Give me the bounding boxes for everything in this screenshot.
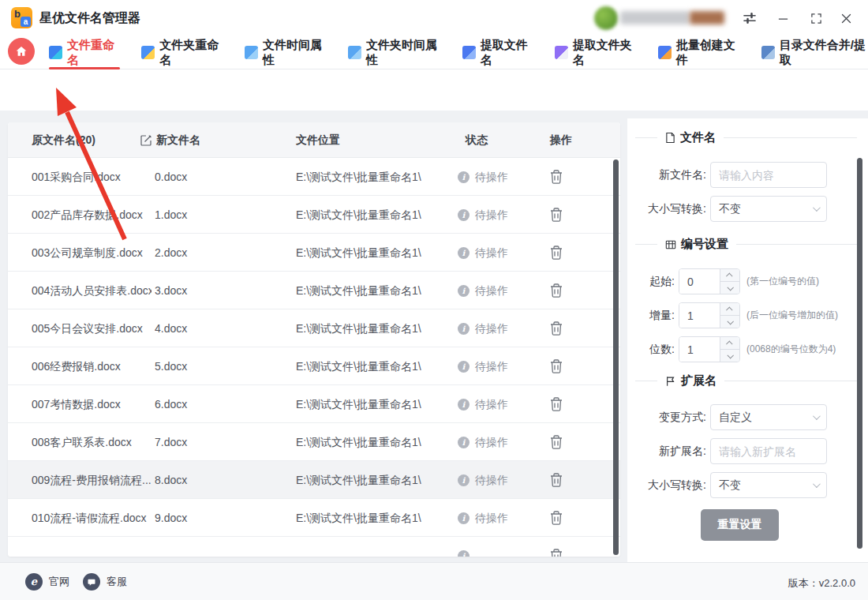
file-location: E:\测试文件\批量重命名1\	[296, 423, 450, 461]
minimize-button[interactable]	[773, 9, 792, 27]
decrement-button[interactable]	[720, 349, 739, 362]
user-name-redacted	[690, 11, 724, 24]
delete-row-button[interactable]	[550, 234, 582, 272]
reset-settings-button[interactable]: 重置设置	[701, 509, 779, 541]
home-button[interactable]	[8, 38, 35, 65]
original-filename: 003公司规章制度.docx	[32, 234, 152, 272]
tab-label: 提取文件名	[481, 38, 533, 68]
trash-icon	[550, 397, 563, 411]
increment-button[interactable]	[720, 337, 739, 349]
file-location: E:\测试文件\批量重命名1\	[296, 347, 450, 385]
folder-time-icon	[348, 46, 361, 59]
batch-create-icon	[658, 46, 672, 59]
table-row: 001采购合同.docx 0.docx E:\测试文件\批量重命名1\ i 待操…	[8, 158, 620, 196]
status-cell: i 待操作	[458, 461, 544, 499]
official-website-link[interactable]: e 官网	[25, 573, 69, 591]
new-filename-input[interactable]	[710, 162, 827, 188]
tab-label: 目录文件合并/提取	[780, 38, 868, 68]
tab-folder-time[interactable]: 文件夹时间属性	[348, 36, 441, 69]
table-row: 004活动人员安排表.docx 3.docx E:\测试文件\批量重命名1\ i…	[8, 272, 620, 309]
increment-stepper	[679, 302, 740, 328]
extension-case-select[interactable]: 不变	[710, 472, 827, 498]
table-scrollbar[interactable]	[613, 159, 619, 555]
start-number-input[interactable]	[679, 269, 720, 294]
browser-e-icon: e	[25, 573, 43, 591]
trash-icon	[550, 435, 563, 449]
tab-extract-foldername[interactable]: 提取文件夹名	[555, 36, 637, 69]
info-icon: i	[458, 550, 470, 557]
table-row: 010流程-请假流程.docx 9.docx E:\测试文件\批量重命名1\ i…	[8, 499, 620, 537]
delete-row-button[interactable]	[550, 461, 582, 499]
merge-extract-icon	[761, 46, 775, 59]
new-filename: 8.docx	[155, 461, 273, 499]
delete-row-button[interactable]	[550, 309, 582, 347]
decrement-button[interactable]	[720, 315, 739, 328]
original-filename	[32, 537, 152, 557]
user-avatar[interactable]	[594, 6, 618, 30]
delete-row-button[interactable]	[550, 347, 582, 385]
trash-icon	[550, 473, 563, 487]
delete-row-button[interactable]	[550, 537, 582, 557]
close-button[interactable]	[836, 9, 855, 27]
panel-scrollbar[interactable]	[857, 158, 862, 549]
delete-row-button[interactable]	[550, 385, 582, 423]
digits-input[interactable]	[679, 337, 720, 362]
tab-batch-create[interactable]: 批量创建文件	[658, 36, 740, 69]
delete-row-button[interactable]	[550, 272, 582, 309]
new-filename: 7.docx	[155, 423, 273, 461]
trash-icon	[550, 549, 563, 557]
tab-label: 文件夹时间属性	[366, 38, 441, 68]
status-cell: i 待操作	[458, 423, 544, 461]
numbering-icon	[665, 239, 676, 250]
table-row: 007考情数据.docx 6.docx E:\测试文件\批量重命名1\ i 待操…	[8, 385, 620, 423]
user-name-redacted	[620, 11, 690, 24]
status-label: 待操作	[475, 234, 508, 272]
info-icon: i	[458, 209, 470, 221]
title-bar: b a 星优文件名管理器	[0, 0, 868, 36]
new-extension-input[interactable]	[710, 438, 827, 464]
table-row: 008客户联系表.docx 7.docx E:\测试文件\批量重命名1\ i 待…	[8, 423, 620, 461]
trash-icon	[550, 283, 563, 298]
maximize-button[interactable]	[806, 9, 825, 27]
original-filename: 002产品库存数据.docx	[32, 196, 152, 234]
trash-icon	[550, 170, 563, 184]
tab-extract-filename[interactable]: 提取文件名	[462, 36, 533, 69]
tab-file-rename[interactable]: 文件重命名	[49, 36, 120, 69]
decrement-button[interactable]	[720, 281, 739, 294]
original-filename: 005今日会议安排.docx	[32, 309, 152, 347]
delete-row-button[interactable]	[550, 499, 582, 537]
tab-file-time[interactable]: 文件时间属性	[245, 36, 327, 69]
delete-row-button[interactable]	[550, 423, 582, 461]
increment-button[interactable]	[720, 269, 739, 281]
chevron-down-icon	[813, 412, 821, 420]
tab-merge-extract[interactable]: 目录文件合并/提取	[761, 36, 868, 69]
info-icon: i	[458, 361, 470, 373]
increment-button[interactable]	[720, 303, 739, 315]
delete-row-button[interactable]	[550, 196, 582, 234]
new-filename-row: 新文件名:	[627, 162, 868, 188]
version-label: 版本：v2.2.0.0	[788, 576, 855, 591]
start-number-row: 起始: (第一位编号的值)	[627, 268, 868, 294]
info-icon: i	[458, 171, 470, 183]
file-table: 原文件名(20) 新文件名 文件位置 状态 操作 001采购合同.docx 0.…	[8, 122, 620, 557]
extension-case-row: 大小写转换: 不变	[627, 472, 868, 498]
file-location: E:\测试文件\批量重命名1\	[296, 385, 450, 423]
table-body: 001采购合同.docx 0.docx E:\测试文件\批量重命名1\ i 待操…	[8, 158, 620, 557]
filename-case-select[interactable]: 不变	[710, 196, 827, 222]
original-filename: 010流程-请假流程.docx	[32, 499, 152, 537]
increment-input[interactable]	[679, 303, 720, 328]
app-logo-icon: b a	[11, 7, 32, 28]
change-mode-select[interactable]: 自定义	[710, 404, 827, 430]
info-icon: i	[458, 512, 470, 524]
customer-service-link[interactable]: 客服	[83, 573, 127, 591]
settings-sliders-icon[interactable]	[740, 9, 759, 27]
header-action: 操作	[550, 122, 572, 158]
info-icon: i	[458, 399, 470, 411]
file-location: E:\测试文件\批量重命名1\	[296, 234, 450, 272]
status-label: 待操作	[475, 499, 508, 537]
delete-row-button[interactable]	[550, 158, 582, 196]
tab-folder-rename[interactable]: 文件夹重命名	[141, 36, 223, 69]
edit-icon	[140, 134, 152, 146]
info-icon: i	[458, 247, 470, 259]
original-filename: 006经费报销.docx	[32, 347, 152, 385]
